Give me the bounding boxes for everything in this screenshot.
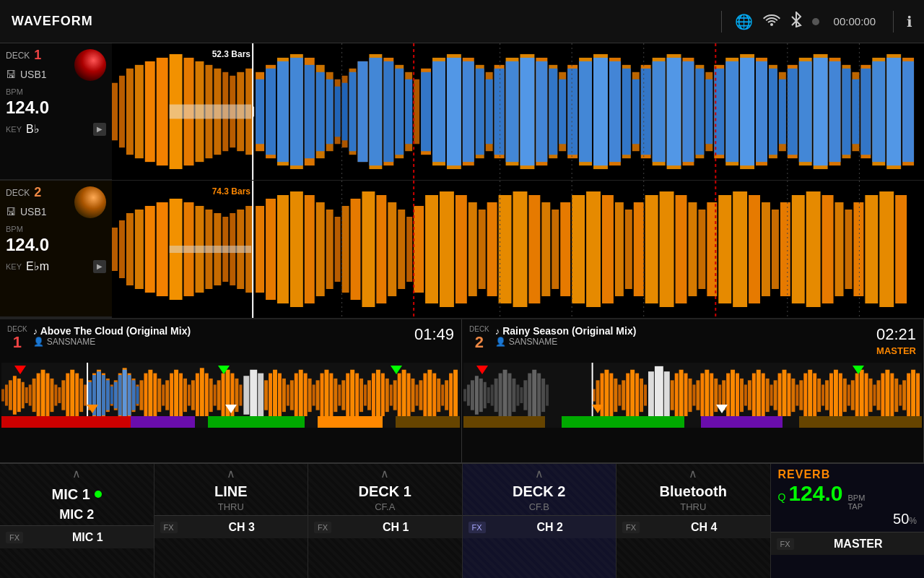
svg-rect-433 <box>911 370 915 421</box>
svg-rect-367 <box>618 384 621 405</box>
deck1-waveform[interactable]: 52.3 Bars <box>112 43 924 181</box>
info-icon[interactable]: ℹ <box>907 13 912 30</box>
deck2-ch-name: DECK 2 <box>463 480 616 501</box>
svg-rect-334 <box>123 370 127 421</box>
bt-footer: FX CH 4 <box>616 515 770 538</box>
bt-fx-label[interactable]: FX <box>622 522 640 533</box>
svg-rect-204 <box>835 202 844 296</box>
deck2-fx-label[interactable]: FX <box>468 522 486 533</box>
svg-rect-398 <box>762 374 765 418</box>
line-fx-label[interactable]: FX <box>160 522 178 533</box>
svg-rect-340 <box>463 389 466 401</box>
svg-rect-206 <box>853 202 863 296</box>
svg-rect-423 <box>869 379 873 412</box>
deck1-panel-num-box: DECK 1 <box>7 325 27 352</box>
svg-rect-425 <box>876 380 880 410</box>
deck1-ch-num: CH 1 <box>336 521 456 534</box>
svg-rect-325 <box>453 370 458 421</box>
deck2-key-arrow[interactable]: ▶ <box>93 260 106 273</box>
svg-rect-178 <box>513 191 528 307</box>
left-panel: DECK 1 🖫 USB1 BPM 124.0 KEY B♭ ▶ DECK 2 <box>0 43 112 318</box>
globe-icon[interactable]: 🌐 <box>735 13 753 30</box>
deck1-ch-up-arrow[interactable]: ∧ <box>308 464 462 480</box>
deck1-time: 01:49 <box>414 325 454 344</box>
svg-rect-428 <box>890 374 894 418</box>
bluetooth-icon[interactable] <box>790 12 802 31</box>
deck2-ch-up-arrow[interactable]: ∧ <box>463 464 616 480</box>
waveform-section: DECK 1 🖫 USB1 BPM 124.0 KEY B♭ ▶ DECK 2 <box>0 43 924 318</box>
deck2-red-triangle <box>476 366 488 374</box>
svg-rect-300 <box>346 374 349 418</box>
deck1-track-title: ♪ Above The Cloud (Original Mix) <box>33 325 409 337</box>
mic-fx-label[interactable]: FX <box>6 532 23 543</box>
svg-rect-286 <box>287 384 289 405</box>
svg-rect-411 <box>817 379 821 412</box>
svg-rect-318 <box>423 374 427 418</box>
svg-rect-141 <box>119 220 125 278</box>
svg-rect-342 <box>471 380 474 410</box>
svg-rect-122 <box>852 79 859 144</box>
line-name: LINE <box>154 480 308 501</box>
deck2-mini-waveform[interactable] <box>463 363 922 428</box>
svg-rect-77 <box>316 72 325 151</box>
svg-rect-76 <box>305 65 315 158</box>
bar-gap3 <box>383 416 396 428</box>
mic-ch-num: MIC 1 <box>27 531 147 544</box>
reverb-tap[interactable]: TAP <box>847 502 865 511</box>
bt-up-arrow[interactable]: ∧ <box>616 464 770 480</box>
svg-rect-329 <box>102 375 105 415</box>
svg-rect-98 <box>559 79 566 144</box>
svg-rect-267 <box>196 374 199 418</box>
svg-rect-192 <box>688 202 697 296</box>
svg-rect-319 <box>427 370 432 421</box>
deck2-panel: DECK 2 ♪ Rainy Season (Original Mix) 👤 S… <box>462 319 924 462</box>
svg-rect-272 <box>217 380 221 410</box>
deck2-waveform[interactable]: 74.3 Bars <box>112 181 924 318</box>
mic-up-arrow[interactable]: ∧ <box>0 464 154 480</box>
svg-rect-180 <box>541 202 550 296</box>
svg-rect-161 <box>326 210 334 289</box>
svg-rect-290 <box>304 374 308 418</box>
line-up-arrow[interactable]: ∧ <box>154 464 308 480</box>
master-fx-label[interactable]: FX <box>777 538 794 550</box>
reverb-bpm-row: Q 124.0 BPM TAP <box>778 481 918 511</box>
line-sub: THRU <box>154 501 308 515</box>
svg-rect-280 <box>258 374 263 418</box>
svg-rect-369 <box>626 374 629 418</box>
svg-rect-407 <box>799 380 803 410</box>
svg-rect-207 <box>865 195 878 303</box>
deck1-mini-waveform[interactable] <box>1 363 460 428</box>
bar-brown2 <box>463 416 545 428</box>
svg-rect-100 <box>579 61 592 162</box>
deck1-bpm-label: BPM <box>6 87 23 96</box>
mic2-name: MIC 2 <box>0 504 154 524</box>
svg-rect-430 <box>899 384 902 405</box>
deck1-usb-icon: 🖫 <box>6 69 16 80</box>
svg-rect-164 <box>351 199 361 300</box>
deck2-panel-num: 2 <box>475 333 484 352</box>
svg-rect-95 <box>520 58 534 165</box>
bar-red2 <box>98 416 131 428</box>
divider-1 <box>721 11 722 33</box>
svg-rect-228 <box>29 384 32 405</box>
svg-rect-293 <box>316 380 320 410</box>
svg-rect-256 <box>148 370 152 421</box>
svg-rect-263 <box>179 374 183 418</box>
svg-rect-155 <box>256 206 264 293</box>
deck1-key-arrow[interactable]: ▶ <box>93 123 106 136</box>
svg-rect-416 <box>839 374 842 418</box>
svg-rect-84 <box>383 61 393 162</box>
deck2-label: DECK <box>6 188 30 198</box>
svg-rect-83 <box>369 58 382 165</box>
svg-rect-145 <box>157 202 168 296</box>
svg-rect-91 <box>476 69 484 155</box>
bt-name: Bluetooth <box>616 480 770 501</box>
deck1-fx-label[interactable]: FX <box>314 522 331 533</box>
svg-rect-385 <box>705 370 709 421</box>
master-ch-num: MASTER <box>798 538 918 551</box>
svg-rect-420 <box>855 374 859 418</box>
svg-rect-403 <box>783 370 787 421</box>
svg-rect-236 <box>61 380 65 410</box>
wifi-icon <box>763 13 780 30</box>
svg-rect-400 <box>770 384 773 405</box>
